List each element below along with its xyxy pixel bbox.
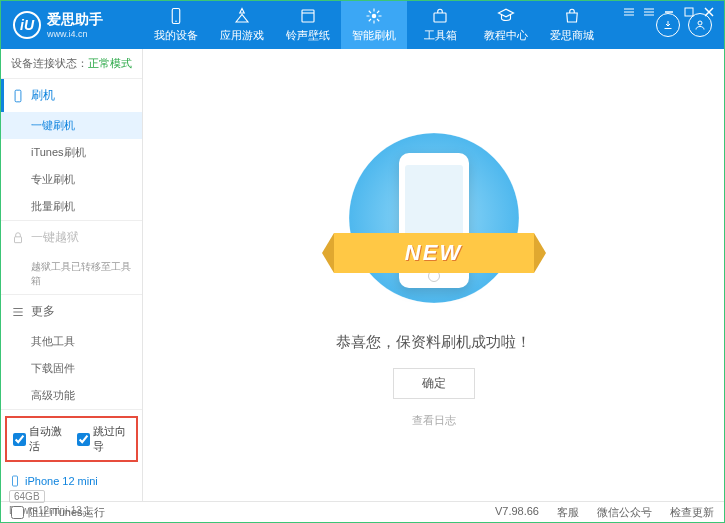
sidebar-item-pro-flash[interactable]: 专业刷机 — [1, 166, 142, 193]
device-status: 设备连接状态：正常模式 — [1, 49, 142, 79]
main-nav: 我的设备 应用游戏 铃声壁纸 智能刷机 工具箱 教程中心 爱思商城 — [143, 1, 656, 49]
svg-point-3 — [372, 14, 377, 19]
nav-store[interactable]: 爱思商城 — [539, 1, 605, 49]
svg-rect-4 — [434, 13, 446, 22]
maximize-icon[interactable] — [683, 6, 695, 18]
nav-ringtone-wallpaper[interactable]: 铃声壁纸 — [275, 1, 341, 49]
svg-rect-2 — [302, 10, 314, 22]
checkbox-block-itunes[interactable]: 阻止iTunes运行 — [11, 505, 479, 520]
checkbox-skip-guide[interactable]: 跳过向导 — [77, 424, 131, 454]
version-label: V7.98.66 — [495, 505, 539, 520]
logo-icon: iU — [13, 11, 41, 39]
app-url: www.i4.cn — [47, 29, 103, 39]
footer-link-wechat[interactable]: 微信公众号 — [597, 505, 652, 520]
nav-smart-flash[interactable]: 智能刷机 — [341, 1, 407, 49]
svg-rect-8 — [15, 236, 22, 242]
footer-link-support[interactable]: 客服 — [557, 505, 579, 520]
device-name[interactable]: iPhone 12 mini — [9, 474, 134, 488]
settings-icon[interactable] — [643, 6, 655, 18]
checkbox-auto-activate[interactable]: 自动激活 — [13, 424, 67, 454]
device-icon — [9, 474, 21, 488]
jailbreak-note: 越狱工具已转移至工具箱 — [1, 254, 142, 294]
main-content: NEW 恭喜您，保资料刷机成功啦！ 确定 查看日志 — [143, 49, 724, 501]
svg-point-1 — [175, 21, 177, 23]
svg-rect-7 — [15, 90, 21, 102]
phone-icon — [11, 89, 25, 103]
titlebar: iU 爱思助手 www.i4.cn 我的设备 应用游戏 铃声壁纸 智能刷机 工具… — [1, 1, 724, 49]
sidebar-item-advanced[interactable]: 高级功能 — [1, 382, 142, 409]
options-box: 自动激活 跳过向导 — [5, 416, 138, 462]
sidebar-item-batch-flash[interactable]: 批量刷机 — [1, 193, 142, 220]
view-log-link[interactable]: 查看日志 — [412, 413, 456, 428]
nav-my-device[interactable]: 我的设备 — [143, 1, 209, 49]
sidebar-item-download-firmware[interactable]: 下载固件 — [1, 355, 142, 382]
nav-toolbox[interactable]: 工具箱 — [407, 1, 473, 49]
menu-icon[interactable] — [623, 6, 635, 18]
success-illustration: NEW — [344, 123, 524, 313]
sidebar: 设备连接状态：正常模式 刷机 一键刷机 iTunes刷机 专业刷机 批量刷机 一… — [1, 49, 143, 501]
svg-point-5 — [698, 21, 702, 25]
sidebar-item-other-tools[interactable]: 其他工具 — [1, 328, 142, 355]
sidebar-header-flash[interactable]: 刷机 — [1, 79, 142, 112]
sidebar-item-itunes-flash[interactable]: iTunes刷机 — [1, 139, 142, 166]
menu-icon — [11, 305, 25, 319]
sidebar-header-more[interactable]: 更多 — [1, 295, 142, 328]
nav-apps-games[interactable]: 应用游戏 — [209, 1, 275, 49]
close-icon[interactable] — [703, 6, 715, 18]
success-message: 恭喜您，保资料刷机成功啦！ — [336, 333, 531, 352]
logo-area: iU 爱思助手 www.i4.cn — [1, 11, 143, 39]
footer: 阻止iTunes运行 V7.98.66 客服 微信公众号 检查更新 — [1, 501, 724, 523]
ok-button[interactable]: 确定 — [393, 368, 475, 399]
app-name: 爱思助手 — [47, 11, 103, 29]
new-banner: NEW — [334, 233, 534, 273]
storage-badge: 64GB — [9, 490, 45, 503]
svg-rect-6 — [685, 8, 693, 16]
sidebar-header-jailbreak: 一键越狱 — [1, 221, 142, 254]
footer-link-update[interactable]: 检查更新 — [670, 505, 714, 520]
lock-icon — [11, 231, 25, 245]
sidebar-item-oneclick-flash[interactable]: 一键刷机 — [1, 112, 142, 139]
minimize-icon[interactable] — [663, 6, 675, 18]
nav-tutorials[interactable]: 教程中心 — [473, 1, 539, 49]
svg-rect-9 — [13, 476, 18, 486]
